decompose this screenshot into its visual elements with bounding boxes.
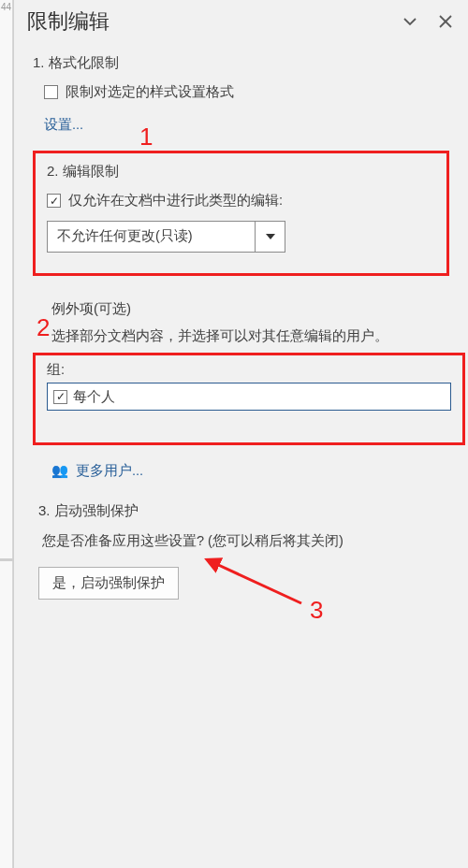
restrict-editing-pane: 限制编辑 1. 格式化限制 限制对选定的样式设置格式 设置... 2. 编辑限制… — [13, 0, 468, 868]
enforce-prompt-text: 您是否准备应用这些设置? (您可以稍后将其关闭) — [38, 531, 451, 552]
editing-restriction-row: 仅允许在文档中进行此类型的编辑: — [47, 192, 433, 210]
editing-checkbox[interactable] — [47, 194, 61, 208]
formatting-checkbox[interactable] — [44, 85, 58, 99]
collapse-icon[interactable] — [399, 10, 421, 33]
more-users-link[interactable]: 👥 更多用户... — [51, 462, 143, 480]
people-icon: 👥 — [51, 463, 68, 479]
more-users-row: 👥 更多用户... — [33, 456, 451, 480]
editing-checkbox-label: 仅允许在文档中进行此类型的编辑: — [68, 192, 283, 210]
ruler-divider — [0, 558, 13, 561]
formatting-checkbox-label: 限制对选定的样式设置格式 — [66, 83, 234, 101]
section3-heading: 3. 启动强制保护 — [38, 502, 451, 520]
more-users-label: 更多用户... — [76, 463, 143, 478]
pane-header: 限制编辑 — [14, 0, 468, 41]
section2-highlight-box: 2. 编辑限制 仅允许在文档中进行此类型的编辑: 不允许任何更改(只读) — [33, 151, 449, 276]
section1-heading: 1. 格式化限制 — [33, 54, 451, 72]
everyone-label: 每个人 — [73, 388, 115, 406]
ruler-number: 44 — [1, 2, 11, 12]
section3: 3. 启动强制保护 您是否准备应用这些设置? (您可以稍后将其关闭) 是，启动强… — [33, 502, 451, 600]
pane-title: 限制编辑 — [27, 7, 386, 36]
chevron-down-icon — [255, 222, 285, 252]
start-enforcement-button[interactable]: 是，启动强制保护 — [38, 567, 179, 600]
exceptions-description: 选择部分文档内容，并选择可以对其任意编辑的用户。 — [33, 327, 451, 345]
groups-label: 组: — [47, 361, 451, 379]
editing-type-dropdown[interactable]: 不允许任何更改(只读) — [47, 221, 285, 253]
pane-body: 1. 格式化限制 限制对选定的样式设置格式 设置... 2. 编辑限制 仅允许在… — [14, 41, 468, 600]
settings-link[interactable]: 设置... — [44, 116, 83, 134]
dropdown-value: 不允许任何更改(只读) — [48, 222, 255, 252]
svg-marker-2 — [266, 234, 275, 239]
left-ruler-strip: 44 — [0, 0, 13, 868]
groups-listbox[interactable]: 每个人 — [47, 383, 451, 411]
formatting-restriction-row: 限制对选定的样式设置格式 — [44, 83, 451, 101]
exceptions-heading: 例外项(可选) — [33, 300, 451, 318]
close-icon[interactable] — [434, 10, 457, 33]
everyone-checkbox[interactable] — [53, 390, 67, 404]
section2-heading: 2. 编辑限制 — [47, 163, 433, 181]
section1-content: 限制对选定的样式设置格式 设置... — [33, 83, 451, 134]
groups-highlight-box: 组: 每个人 — [33, 353, 465, 445]
annotation-3: 3 — [310, 596, 323, 625]
